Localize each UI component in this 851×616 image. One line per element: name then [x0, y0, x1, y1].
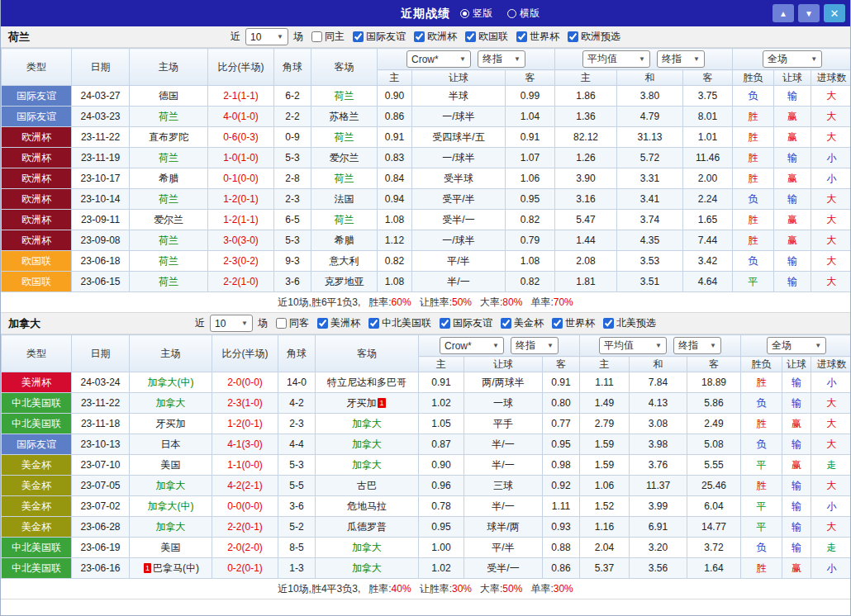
- filter-label: 世界杯: [530, 30, 559, 44]
- result-goals: 小: [811, 558, 851, 579]
- recent-count-select[interactable]: 10 ▼: [210, 315, 253, 332]
- filter-checkbox[interactable]: [368, 318, 379, 329]
- filter-checkbox[interactable]: [501, 318, 511, 329]
- match-row[interactable]: 欧国联 23-06-15 荷兰 2-2(1-0) 3-6 克罗地亚 1.08 半…: [2, 272, 851, 292]
- filter-bar: 近 10 ▼ 场 同主国际友谊欧洲杯欧国联世界杯欧洲预选: [231, 28, 620, 45]
- away-team-name: 荷兰: [335, 214, 354, 225]
- filter-checkbox[interactable]: [311, 31, 322, 42]
- over-rate-label: 大率:: [480, 583, 502, 595]
- scope-select[interactable]: 全场 ▼: [763, 50, 822, 68]
- filter-option[interactable]: 国际友谊: [440, 316, 492, 330]
- filter-bar: 近 10 ▼ 场 同客美洲杯中北美国联国际友谊美金杯世界杯北美预选: [195, 315, 656, 332]
- result-goals: 大: [811, 434, 851, 455]
- filter-checkbox[interactable]: [276, 318, 287, 329]
- layout-option-vertical[interactable]: 竖版: [460, 7, 492, 21]
- filter-checkbox[interactable]: [465, 31, 476, 42]
- recent-count-select[interactable]: 10 ▼: [245, 28, 288, 45]
- match-row[interactable]: 美洲杯 24-03-24 加拿大(中) 2-0(0-0) 14-0 特立尼达和多…: [2, 372, 851, 393]
- match-row[interactable]: 欧洲杯 23-11-22 直布罗陀 0-6(0-3) 0-9 荷兰 0.91 受…: [2, 127, 851, 148]
- avg-home-odds: 1.49: [580, 393, 630, 414]
- handicap-away-odds: 0.77: [543, 414, 580, 434]
- corners: 2-8: [274, 168, 311, 189]
- filter-option[interactable]: 世界杯: [516, 30, 559, 44]
- scope-select[interactable]: 全场 ▼: [767, 337, 826, 354]
- match-row[interactable]: 美金杯 23-06-28 加拿大 2-2(0-1) 5-2 瓜德罗普 0.95 …: [2, 517, 851, 538]
- scroll-down-button[interactable]: ▼: [798, 4, 820, 22]
- filter-checkbox[interactable]: [414, 31, 425, 42]
- corners: 5-3: [278, 455, 316, 476]
- avg-home-odds: 1.44: [555, 230, 617, 251]
- filter-option[interactable]: 欧国联: [465, 30, 508, 44]
- match-row[interactable]: 欧洲杯 23-10-14 荷兰 1-2(0-1) 2-3 法国 0.94 受平/…: [2, 189, 851, 210]
- result-handicap: 赢: [774, 107, 811, 127]
- match-row[interactable]: 欧洲杯 23-10-17 希腊 0-1(0-0) 2-8 荷兰 0.84 受半球…: [2, 168, 851, 189]
- handicap-line: 受半球: [412, 168, 506, 189]
- average-select[interactable]: 平均值 ▼: [599, 337, 667, 354]
- result-goals: 大: [811, 414, 851, 434]
- odds-stage-select[interactable]: 终指 ▼: [478, 50, 525, 68]
- scope-controls: 全场 ▼: [741, 335, 851, 357]
- filter-option[interactable]: 同客: [276, 316, 309, 330]
- competition-filter-list: 同主国际友谊欧洲杯欧国联世界杯欧洲预选: [311, 30, 620, 44]
- filter-option[interactable]: 欧洲预选: [568, 30, 620, 44]
- average-stage-select[interactable]: 终指 ▼: [657, 50, 705, 68]
- filter-checkbox[interactable]: [353, 31, 364, 42]
- odd-rate: 单率:70%: [530, 296, 573, 310]
- competition-badge: 国际友谊: [2, 434, 72, 455]
- result-handicap: 赢: [782, 558, 811, 579]
- result-outcome: 负: [733, 86, 774, 107]
- match-row[interactable]: 欧洲杯 23-11-19 荷兰 1-0(1-0) 5-3 爱尔兰 0.83 一/…: [2, 148, 851, 168]
- filter-checkbox[interactable]: [568, 31, 578, 42]
- average-stage-select[interactable]: 终指 ▼: [673, 337, 721, 354]
- match-row[interactable]: 中北美国联 23-06-16 1巴拿马(中) 0-2(0-1) 1-3 加拿大 …: [2, 558, 851, 579]
- home-team-name: 希腊: [159, 173, 178, 184]
- corners: 1-3: [278, 558, 316, 579]
- score: 0-1(0-0): [208, 168, 274, 189]
- filter-option[interactable]: 同主: [311, 30, 345, 44]
- handicap-rate-label: 让胜率:: [420, 583, 452, 595]
- match-row[interactable]: 国际友谊 23-10-13 日本 4-1(3-0) 4-4 加拿大 0.87 半…: [2, 434, 851, 455]
- result-handicap: 输: [782, 538, 811, 558]
- match-date: 23-06-16: [72, 558, 130, 579]
- scroll-up-button[interactable]: ▲: [773, 4, 794, 22]
- match-row[interactable]: 中北美国联 23-11-22 加拿大 2-3(1-0) 4-2 牙买加1 1.0…: [2, 393, 851, 414]
- match-row[interactable]: 美金杯 23-07-05 加拿大 4-2(2-1) 5-5 古巴 0.96 三球…: [2, 476, 851, 496]
- filter-checkbox[interactable]: [552, 318, 563, 329]
- filter-option[interactable]: 国际友谊: [353, 30, 406, 44]
- close-button[interactable]: ✕: [824, 4, 845, 22]
- match-row[interactable]: 美金杯 23-07-02 加拿大(中) 0-0(0-0) 3-6 危地马拉 0.…: [2, 496, 851, 517]
- away-team-cell: 危地马拉: [316, 496, 419, 517]
- corners: 2-3: [274, 189, 311, 210]
- filter-option[interactable]: 美洲杯: [317, 316, 360, 330]
- avg-draw-odds: 3.56: [630, 558, 687, 579]
- filter-option[interactable]: 美金杯: [501, 316, 544, 330]
- layout-option-horizontal[interactable]: 横版: [507, 7, 540, 21]
- match-row[interactable]: 欧洲杯 23-09-08 荷兰 3-0(3-0) 5-3 希腊 1.12 一/球…: [2, 230, 851, 251]
- match-row[interactable]: 中北美国联 23-06-19 美国 2-0(2-0) 8-5 加拿大 1.00 …: [2, 538, 851, 558]
- filter-option[interactable]: 中北美国联: [368, 316, 431, 330]
- average-select[interactable]: 平均值 ▼: [582, 50, 650, 68]
- filter-option[interactable]: 北美预选: [603, 316, 656, 330]
- chevron-down-icon: ▼: [639, 55, 645, 63]
- filter-checkbox[interactable]: [603, 318, 614, 329]
- match-row[interactable]: 国际友谊 24-03-23 荷兰 4-0(1-0) 2-2 苏格兰 0.86 一…: [2, 107, 851, 127]
- bookmaker-select[interactable]: Crow* ▼: [406, 50, 471, 68]
- filter-checkbox[interactable]: [516, 31, 527, 42]
- chevron-down-icon: ▼: [693, 55, 700, 63]
- match-row[interactable]: 美金杯 23-07-10 美国 1-1(0-0) 5-3 加拿大 0.90 半/…: [2, 455, 851, 476]
- match-row[interactable]: 欧国联 23-06-18 荷兰 2-3(0-2) 9-3 意大利 0.82 平/…: [2, 251, 851, 272]
- away-team-name: 荷兰: [335, 173, 354, 184]
- chevron-down-icon: ▼: [815, 342, 821, 349]
- match-row[interactable]: 欧洲杯 23-09-11 爱尔兰 1-2(1-1) 6-5 荷兰 1.08 受半…: [2, 210, 851, 230]
- filter-option[interactable]: 世界杯: [552, 316, 595, 330]
- filter-option[interactable]: 欧洲杯: [414, 30, 457, 44]
- match-row[interactable]: 中北美国联 23-11-18 牙买加 1-2(0-1) 2-3 加拿大 1.05…: [2, 414, 851, 434]
- bookmaker-select[interactable]: Crow* ▼: [440, 337, 504, 354]
- odds-stage-select[interactable]: 终指 ▼: [511, 337, 559, 354]
- filter-checkbox[interactable]: [317, 318, 328, 329]
- score: 1-1(0-0): [212, 455, 278, 476]
- match-row[interactable]: 国际友谊 24-03-27 德国 2-1(1-1) 6-2 荷兰 0.90 半球…: [2, 86, 851, 107]
- filter-checkbox[interactable]: [440, 318, 450, 329]
- handicap-home-odds: 1.00: [419, 538, 464, 558]
- result-outcome: 平: [741, 496, 782, 517]
